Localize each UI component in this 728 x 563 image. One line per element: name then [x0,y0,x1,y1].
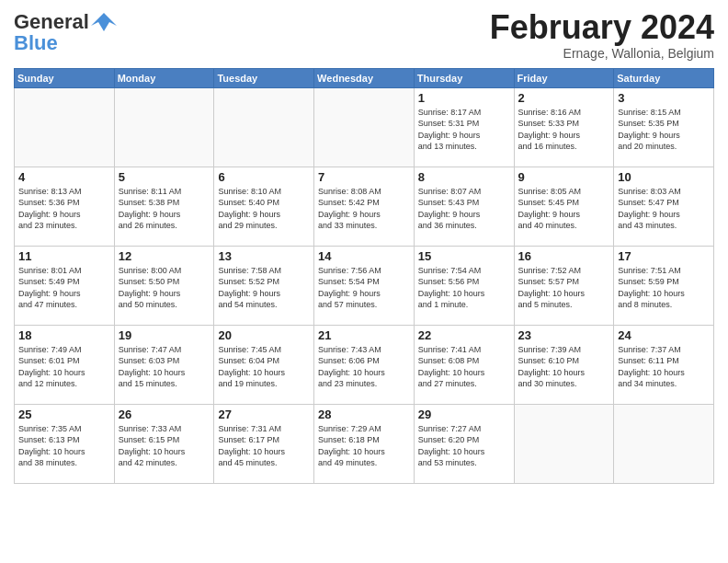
calendar-cell-w3-d7: 17Sunrise: 7:51 AM Sunset: 5:59 PM Dayli… [614,246,714,325]
page-container: General Blue February 2024 Ernage, Wallo… [0,0,728,488]
calendar-cell-w4-d1: 18Sunrise: 7:49 AM Sunset: 6:01 PM Dayli… [15,325,115,404]
day-number: 21 [318,328,410,342]
day-number: 5 [119,170,210,184]
header-wednesday: Wednesday [314,68,415,87]
week-row-5: 25Sunrise: 7:35 AM Sunset: 6:13 PM Dayli… [15,404,714,483]
calendar-cell-w4-d6: 23Sunrise: 7:39 AM Sunset: 6:10 PM Dayli… [514,325,614,404]
day-info: Sunrise: 7:56 AM Sunset: 5:54 PM Dayligh… [318,265,410,311]
day-number: 1 [418,91,510,105]
calendar-cell-w4-d2: 19Sunrise: 7:47 AM Sunset: 6:03 PM Dayli… [114,325,214,404]
calendar-cell-w5-d2: 26Sunrise: 7:33 AM Sunset: 6:15 PM Dayli… [114,404,214,483]
header-sunday: Sunday [15,68,115,87]
calendar-cell-w3-d6: 16Sunrise: 7:52 AM Sunset: 5:57 PM Dayli… [514,246,614,325]
calendar-cell-w3-d4: 14Sunrise: 7:56 AM Sunset: 5:54 PM Dayli… [314,246,415,325]
day-info: Sunrise: 8:01 AM Sunset: 5:49 PM Dayligh… [18,265,110,311]
header-thursday: Thursday [414,68,514,87]
calendar-cell-w3-d3: 13Sunrise: 7:58 AM Sunset: 5:52 PM Dayli… [214,246,314,325]
day-number: 3 [618,91,710,105]
day-info: Sunrise: 7:52 AM Sunset: 5:57 PM Dayligh… [518,265,610,311]
day-number: 7 [318,170,410,184]
day-info: Sunrise: 7:54 AM Sunset: 5:56 PM Dayligh… [418,265,510,311]
calendar-table: Sunday Monday Tuesday Wednesday Thursday… [14,68,714,484]
day-info: Sunrise: 7:51 AM Sunset: 5:59 PM Dayligh… [618,265,710,311]
logo-bird-icon [91,9,117,35]
day-number: 25 [18,408,110,421]
day-info: Sunrise: 8:10 AM Sunset: 5:40 PM Dayligh… [218,186,310,232]
calendar-cell-w2-d4: 7Sunrise: 8:08 AM Sunset: 5:42 PM Daylig… [314,167,415,246]
calendar-cell-w4-d7: 24Sunrise: 7:37 AM Sunset: 6:11 PM Dayli… [614,325,714,404]
day-number: 23 [518,328,610,342]
day-info: Sunrise: 7:47 AM Sunset: 6:03 PM Dayligh… [119,344,210,390]
day-info: Sunrise: 7:35 AM Sunset: 6:13 PM Dayligh… [18,423,110,469]
day-info: Sunrise: 8:11 AM Sunset: 5:38 PM Dayligh… [119,186,210,232]
day-info: Sunrise: 8:17 AM Sunset: 5:31 PM Dayligh… [418,107,510,153]
day-number: 20 [218,328,310,342]
day-info: Sunrise: 8:07 AM Sunset: 5:43 PM Dayligh… [418,186,510,232]
calendar-cell-w4-d5: 22Sunrise: 7:41 AM Sunset: 6:08 PM Dayli… [414,325,514,404]
day-info: Sunrise: 8:13 AM Sunset: 5:36 PM Dayligh… [18,186,110,232]
day-info: Sunrise: 8:05 AM Sunset: 5:45 PM Dayligh… [518,186,610,232]
calendar-cell-w5-d5: 29Sunrise: 7:27 AM Sunset: 6:20 PM Dayli… [414,404,514,483]
day-number: 22 [418,328,510,342]
header-tuesday: Tuesday [214,68,314,87]
day-number: 2 [518,91,610,105]
day-info: Sunrise: 7:27 AM Sunset: 6:20 PM Dayligh… [418,423,510,469]
calendar-header-row: Sunday Monday Tuesday Wednesday Thursday… [15,68,714,87]
day-info: Sunrise: 7:37 AM Sunset: 6:11 PM Dayligh… [618,344,710,390]
logo-blue: Blue [14,31,58,55]
day-number: 11 [18,249,110,263]
day-info: Sunrise: 8:00 AM Sunset: 5:50 PM Dayligh… [119,265,210,311]
calendar-cell-w4-d4: 21Sunrise: 7:43 AM Sunset: 6:06 PM Dayli… [314,325,415,404]
day-number: 18 [18,328,110,342]
day-number: 9 [518,170,610,184]
day-number: 26 [119,408,210,421]
header-friday: Friday [514,68,614,87]
day-info: Sunrise: 7:49 AM Sunset: 6:01 PM Dayligh… [18,344,110,390]
day-info: Sunrise: 7:45 AM Sunset: 6:04 PM Dayligh… [218,344,310,390]
svg-marker-0 [91,13,117,31]
calendar-cell-w2-d2: 5Sunrise: 8:11 AM Sunset: 5:38 PM Daylig… [114,167,214,246]
header-monday: Monday [114,68,214,87]
day-info: Sunrise: 7:29 AM Sunset: 6:18 PM Dayligh… [318,423,410,469]
day-info: Sunrise: 8:15 AM Sunset: 5:35 PM Dayligh… [618,107,710,153]
calendar-cell-w1-d2 [114,87,214,167]
day-number: 14 [318,249,410,263]
location: Ernage, Wallonia, Belgium [490,46,714,61]
calendar-cell-w2-d3: 6Sunrise: 8:10 AM Sunset: 5:40 PM Daylig… [214,167,314,246]
calendar-cell-w1-d6: 2Sunrise: 8:16 AM Sunset: 5:33 PM Daylig… [514,87,614,167]
calendar-cell-w1-d1 [15,87,115,167]
header-saturday: Saturday [614,68,714,87]
week-row-3: 11Sunrise: 8:01 AM Sunset: 5:49 PM Dayli… [15,246,714,325]
day-info: Sunrise: 7:41 AM Sunset: 6:08 PM Dayligh… [418,344,510,390]
calendar-cell-w2-d7: 10Sunrise: 8:03 AM Sunset: 5:47 PM Dayli… [614,167,714,246]
calendar-cell-w5-d1: 25Sunrise: 7:35 AM Sunset: 6:13 PM Dayli… [15,404,115,483]
day-number: 8 [418,170,510,184]
day-info: Sunrise: 7:58 AM Sunset: 5:52 PM Dayligh… [218,265,310,311]
calendar-cell-w5-d4: 28Sunrise: 7:29 AM Sunset: 6:18 PM Dayli… [314,404,415,483]
day-number: 15 [418,249,510,263]
day-number: 12 [119,249,210,263]
calendar-cell-w1-d7: 3Sunrise: 8:15 AM Sunset: 5:35 PM Daylig… [614,87,714,167]
day-number: 24 [618,328,710,342]
day-info: Sunrise: 7:39 AM Sunset: 6:10 PM Dayligh… [518,344,610,390]
title-block: February 2024 Ernage, Wallonia, Belgium [490,9,714,61]
calendar-cell-w4-d3: 20Sunrise: 7:45 AM Sunset: 6:04 PM Dayli… [214,325,314,404]
day-info: Sunrise: 8:16 AM Sunset: 5:33 PM Dayligh… [518,107,610,153]
calendar-cell-w3-d5: 15Sunrise: 7:54 AM Sunset: 5:56 PM Dayli… [414,246,514,325]
calendar-cell-w3-d1: 11Sunrise: 8:01 AM Sunset: 5:49 PM Dayli… [15,246,115,325]
day-info: Sunrise: 8:03 AM Sunset: 5:47 PM Dayligh… [618,186,710,232]
day-number: 13 [218,249,310,263]
day-number: 19 [119,328,210,342]
calendar-cell-w2-d1: 4Sunrise: 8:13 AM Sunset: 5:36 PM Daylig… [15,167,115,246]
calendar-cell-w1-d3 [214,87,314,167]
calendar-cell-w2-d5: 8Sunrise: 8:07 AM Sunset: 5:43 PM Daylig… [414,167,514,246]
calendar-cell-w5-d7 [614,404,714,483]
day-number: 10 [618,170,710,184]
day-info: Sunrise: 7:33 AM Sunset: 6:15 PM Dayligh… [119,423,210,469]
day-info: Sunrise: 7:43 AM Sunset: 6:06 PM Dayligh… [318,344,410,390]
calendar-cell-w5-d6 [514,404,614,483]
day-number: 4 [18,170,110,184]
calendar-cell-w5-d3: 27Sunrise: 7:31 AM Sunset: 6:17 PM Dayli… [214,404,314,483]
day-number: 17 [618,249,710,263]
header: General Blue February 2024 Ernage, Wallo… [14,9,714,61]
